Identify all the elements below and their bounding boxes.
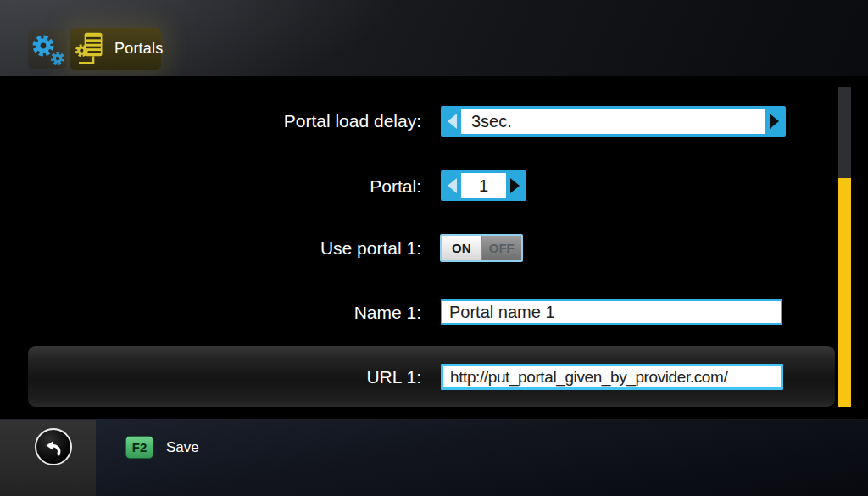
use-portal-toggle[interactable]: ON OFF [440, 234, 523, 262]
portal-number-value: 1 [461, 173, 506, 198]
f2-key-badge[interactable]: F2 [125, 436, 153, 459]
portal-url-input[interactable] [441, 364, 783, 390]
toggle-off-segment[interactable]: OFF [482, 236, 522, 260]
portal-load-delay-spinner[interactable]: 3sec. [441, 106, 786, 137]
portal-load-delay-value: 3sec. [461, 109, 765, 134]
gear-small-icon [50, 51, 65, 66]
back-button[interactable] [35, 428, 72, 465]
save-button-label[interactable]: Save [166, 438, 199, 457]
portal-name-input[interactable] [441, 299, 782, 325]
header-bar: Portals [0, 0, 868, 76]
name-label: Name 1: [0, 303, 421, 323]
spinner-right-arrow-icon[interactable] [765, 109, 783, 134]
portal-number-spinner[interactable]: 1 [441, 170, 526, 201]
portal-server-icon [75, 31, 108, 68]
use-portal-label: Use portal 1: [0, 238, 421, 259]
scrollbar-thumb[interactable] [838, 178, 851, 407]
spinner-left-arrow-icon[interactable] [443, 173, 461, 198]
tab-settings[interactable] [28, 29, 67, 69]
back-arrow-icon [42, 435, 65, 459]
spinner-right-arrow-icon[interactable] [506, 173, 524, 198]
toggle-on-segment[interactable]: ON [442, 236, 482, 260]
tab-portals-label: Portals [114, 40, 163, 58]
scrollbar-track [838, 87, 851, 178]
portal-label: Portal: [0, 176, 421, 197]
portals-settings-screen: Portals Portal load delay: 3sec. Portal:… [0, 0, 868, 496]
portal-load-delay-label: Portal load delay: [0, 111, 421, 131]
scrollbar[interactable] [838, 87, 851, 407]
tab-portals[interactable]: Portals [70, 28, 161, 70]
spinner-left-arrow-icon[interactable] [443, 109, 461, 134]
url-label: URL 1: [0, 367, 421, 387]
gears-icon [28, 29, 67, 69]
